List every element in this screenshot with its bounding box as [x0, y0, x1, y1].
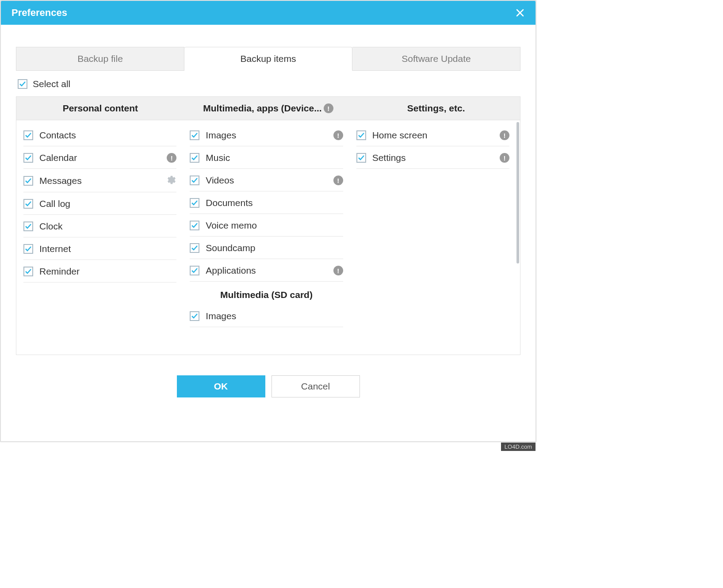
subheader-sd-card: Multimedia (SD card)	[190, 282, 343, 305]
item-checkbox[interactable]	[356, 153, 366, 163]
item-label: Settings	[372, 153, 493, 163]
list-item: Clock	[23, 215, 176, 237]
list-item: Settings!	[356, 146, 509, 169]
dialog-body: Backup fileBackup itemsSoftware Update S…	[1, 25, 536, 364]
gear-icon[interactable]	[167, 175, 176, 187]
dialog-titlebar: Preferences	[1, 1, 536, 25]
item-label: Messages	[39, 176, 161, 186]
select-all-checkbox[interactable]	[18, 79, 27, 89]
column-header-label: Personal content	[63, 103, 138, 114]
item-label: Calendar	[39, 153, 161, 163]
item-label: Reminder	[39, 266, 176, 277]
item-checkbox[interactable]	[23, 153, 33, 163]
item-label: Clock	[39, 221, 176, 232]
item-checkbox[interactable]	[190, 153, 199, 163]
list-item: Soundcamp	[190, 237, 343, 259]
item-checkbox[interactable]	[23, 244, 33, 254]
column-header-label: Settings, etc.	[407, 103, 465, 114]
item-checkbox[interactable]	[23, 267, 33, 276]
select-all-label: Select all	[33, 79, 70, 89]
column-headers: Personal content Multimedia, apps (Devic…	[16, 97, 520, 120]
item-checkbox[interactable]	[23, 176, 33, 186]
list-item: Videos!	[190, 169, 343, 191]
info-icon[interactable]: !	[333, 176, 343, 185]
item-checkbox[interactable]	[190, 221, 199, 230]
item-checkbox[interactable]	[356, 130, 366, 140]
column-header-personal: Personal content	[16, 97, 184, 120]
tab-backup-file[interactable]: Backup file	[16, 47, 184, 71]
info-icon[interactable]: !	[333, 266, 343, 275]
column-header-settings: Settings, etc.	[352, 97, 520, 120]
preferences-dialog: Preferences Backup fileBackup itemsSoftw…	[0, 0, 536, 442]
item-label: Music	[206, 153, 343, 163]
column-multimedia: Images!MusicVideos!DocumentsVoice memoSo…	[183, 120, 349, 355]
list-item: Applications!	[190, 259, 343, 282]
list-item: Voice memo	[190, 214, 343, 237]
item-checkbox[interactable]	[190, 243, 199, 253]
column-header-multimedia: Multimedia, apps (Device... !	[184, 97, 352, 120]
close-icon[interactable]	[513, 5, 528, 20]
tabs-bar: Backup fileBackup itemsSoftware Update	[16, 47, 520, 71]
column-settings: Home screen!Settings!	[349, 120, 516, 355]
item-checkbox[interactable]	[23, 130, 33, 140]
item-checkbox[interactable]	[190, 176, 199, 185]
watermark: LO4D.com	[501, 443, 536, 451]
column-header-label: Multimedia, apps (Device...	[203, 103, 321, 114]
scrollbar[interactable]	[516, 120, 520, 355]
item-checkbox[interactable]	[23, 199, 33, 209]
item-label: Applications	[206, 265, 327, 276]
list-item: Images	[190, 305, 343, 327]
cancel-button[interactable]: Cancel	[272, 375, 360, 397]
list-item: Internet	[23, 237, 176, 260]
item-label: Images	[206, 130, 327, 141]
list-item: Documents	[190, 191, 343, 214]
info-icon[interactable]: !	[500, 130, 509, 140]
tab-software-update[interactable]: Software Update	[352, 47, 520, 71]
info-icon[interactable]: !	[324, 103, 333, 113]
info-icon[interactable]: !	[500, 153, 509, 163]
info-icon[interactable]: !	[333, 130, 343, 140]
column-personal: ContactsCalendar!MessagesCall logClockIn…	[16, 120, 183, 355]
item-label: Call log	[39, 199, 176, 209]
list-item: Call log	[23, 192, 176, 215]
item-checkbox[interactable]	[190, 266, 199, 275]
item-label: Home screen	[372, 130, 493, 141]
ok-button[interactable]: OK	[177, 375, 265, 397]
scrollbar-thumb[interactable]	[516, 122, 519, 263]
item-label: Documents	[206, 198, 343, 208]
item-label: Internet	[39, 244, 176, 254]
item-label: Images	[206, 311, 343, 321]
info-icon[interactable]: !	[167, 153, 176, 163]
item-label: Contacts	[39, 130, 176, 141]
list-item: Contacts	[23, 124, 176, 146]
list-item: Music	[190, 146, 343, 169]
item-label: Videos	[206, 175, 327, 186]
item-checkbox[interactable]	[190, 311, 199, 321]
list-item: Home screen!	[356, 124, 509, 146]
item-label: Soundcamp	[206, 243, 343, 253]
backup-items-panel: Personal content Multimedia, apps (Devic…	[16, 96, 520, 355]
item-checkbox[interactable]	[190, 198, 199, 208]
dialog-title: Preferences	[11, 7, 67, 19]
dialog-footer: OK Cancel	[1, 364, 536, 406]
list-item: Reminder	[23, 260, 176, 283]
list-item: Images!	[190, 124, 343, 146]
item-label: Voice memo	[206, 220, 343, 231]
list-item: Messages	[23, 169, 176, 192]
tab-backup-items[interactable]: Backup items	[184, 47, 352, 71]
list-item: Calendar!	[23, 146, 176, 169]
item-checkbox[interactable]	[190, 130, 199, 140]
select-all-row: Select all	[16, 71, 520, 96]
item-checkbox[interactable]	[23, 221, 33, 231]
